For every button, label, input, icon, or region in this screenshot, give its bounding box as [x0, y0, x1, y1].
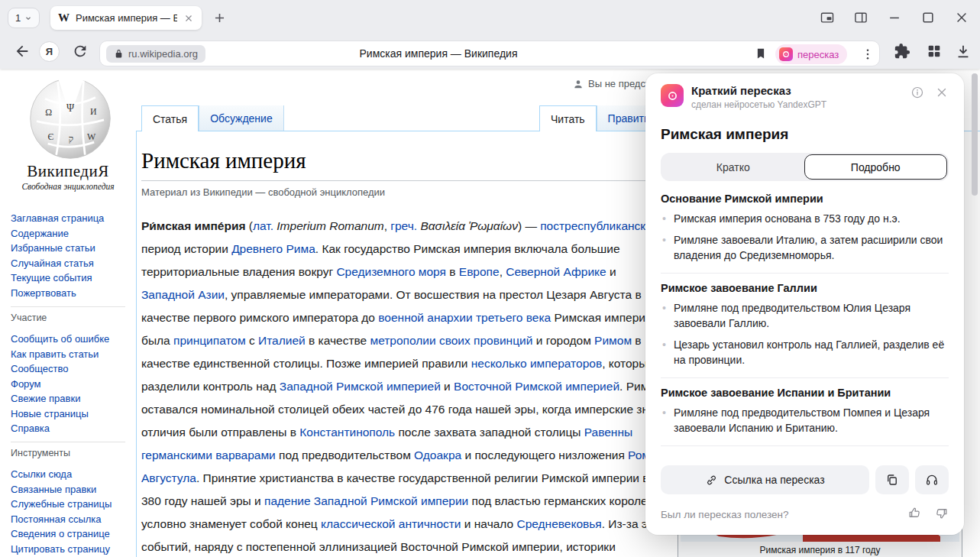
article-text: в [446, 265, 459, 278]
article-link[interactable]: своих провинций [439, 334, 532, 347]
pip-icon[interactable] [820, 10, 835, 25]
summary-footer: Ссылка на пересказ Был ли пересказ полез… [661, 465, 949, 523]
headphones-icon [925, 473, 939, 487]
copy-summary-link-button[interactable]: Ссылка на пересказ [661, 465, 869, 494]
sidebar-item-featured[interactable]: Избранные статьи [11, 241, 104, 256]
close-window-icon[interactable] [954, 10, 969, 25]
back-button[interactable] [14, 43, 31, 60]
tab-count-label: 1 [15, 12, 21, 24]
article-text: после захвата западной столицы [395, 426, 584, 439]
summary-bullet-list: Римляне под предводительством Помпея и Ц… [661, 405, 949, 436]
article-text: под предводительством [276, 449, 414, 461]
summary-mode-switcher: Кратко Подробно [661, 153, 949, 181]
tab-talk[interactable]: Обсуждение [199, 105, 284, 131]
sidebar-item-donate[interactable]: Пожертвовать [11, 286, 104, 301]
sidebar-item-contents[interactable]: Содержание [11, 226, 104, 241]
thumbs-up-icon[interactable] [907, 506, 922, 523]
new-tab-button[interactable] [212, 11, 227, 25]
close-panel-icon[interactable] [935, 86, 949, 102]
browser-tab[interactable]: W Римская империя — Википедия [50, 6, 202, 30]
pereskaz-button[interactable]: пересказ [775, 44, 847, 64]
article-link[interactable]: постреспубликанский [540, 219, 658, 232]
article-link[interactable]: Восточной Римской империей [454, 380, 619, 393]
sidebar-nav-tools: Ссылки сюда Связанные правки Служебные с… [11, 467, 112, 556]
article-link[interactable]: Одоакра [414, 449, 461, 461]
maximize-icon[interactable] [920, 10, 936, 25]
downloads-icon[interactable] [955, 43, 972, 60]
address-bar-title: Римская империя — Википедия [360, 47, 518, 60]
plus-icon [212, 11, 227, 25]
article-link[interactable]: военной анархии третьего века [378, 311, 551, 324]
article-link[interactable]: греч. [390, 219, 417, 232]
tab-article[interactable]: Статья [141, 105, 199, 131]
listen-button[interactable] [915, 465, 949, 494]
extensions-icon[interactable] [894, 43, 910, 60]
article-link[interactable]: Европе [459, 265, 500, 278]
tab-close-icon[interactable] [183, 13, 194, 24]
summary-bullet-list: Римляне под предводительством Юлия Цезар… [661, 300, 949, 368]
article-link[interactable]: Константинополь [299, 426, 395, 439]
tab-groups-icon[interactable] [853, 10, 868, 25]
pereskaz-logo-icon [661, 84, 684, 107]
article-link[interactable]: классической античности [321, 517, 461, 530]
article-link[interactable]: несколько императоров [471, 357, 602, 370]
article-link[interactable]: Северной Африке [506, 265, 606, 278]
tableau-grid-icon[interactable] [926, 43, 943, 60]
article-link[interactable]: Римом [594, 334, 632, 347]
domain-label: ru.wikipedia.org [128, 48, 198, 60]
domain-chip[interactable]: ru.wikipedia.org [106, 45, 205, 63]
sidebar-item-page-info[interactable]: Сведения о странице [11, 526, 112, 542]
address-bar[interactable]: ru.wikipedia.org Римская империя — Викип… [99, 40, 880, 66]
chevron-down-icon [24, 15, 32, 22]
tab-counter[interactable]: 1 [8, 8, 40, 28]
article-link[interactable]: германскими варварами [141, 449, 276, 461]
sidebar-item-forum[interactable]: Форум [11, 377, 109, 392]
article-link[interactable]: падение Западной Римской империи [264, 494, 468, 507]
copy-text-button[interactable] [875, 465, 909, 494]
article-link[interactable]: принципатом [173, 334, 246, 347]
article-link[interactable]: Италией [258, 334, 306, 347]
article-link[interactable]: Средиземного моря [336, 265, 446, 278]
more-menu-icon[interactable] [861, 47, 875, 61]
pereskaz-label: пересказ [797, 49, 839, 60]
tab-brief[interactable]: Кратко [662, 154, 804, 180]
article-link[interactable]: Средневековья [516, 517, 601, 530]
page-scrollbar-thumb[interactable] [972, 73, 978, 196]
article-link[interactable]: Древнего Рима [231, 242, 315, 255]
sidebar-item-help[interactable]: Справка [11, 421, 109, 436]
svg-text:Ω: Ω [45, 107, 52, 118]
article-link[interactable]: лат. [253, 219, 273, 232]
sidebar-item-main-page[interactable]: Заглавная страница [11, 211, 104, 226]
reload-button[interactable] [72, 43, 89, 60]
svg-text:ק: ק [69, 134, 73, 144]
sidebar-item-what-links-here[interactable]: Ссылки сюда [11, 467, 112, 482]
article-link[interactable]: метрополии [370, 334, 435, 347]
summary-bullet-list: Римская империя основана в 753 году до н… [661, 211, 949, 263]
summary-body: Основание Римской империи Римская импери… [645, 181, 964, 446]
thumbs-down-icon[interactable] [934, 506, 949, 523]
sidebar-item-special-pages[interactable]: Служебные страницы [11, 497, 112, 512]
sidebar-item-community[interactable]: Сообщество [11, 361, 109, 377]
sidebar-item-how-to-edit[interactable]: Как править статьи [11, 347, 109, 362]
tab-read[interactable]: Читать [539, 105, 597, 131]
browser-chrome: 1 W Римская империя — Википедия Я [0, 0, 980, 69]
yandex-button[interactable]: Я [39, 41, 60, 62]
sidebar-item-related-changes[interactable]: Связанные правки [11, 482, 112, 497]
sidebar-item-report-error[interactable]: Сообщить об ошибке [11, 332, 109, 347]
sidebar-item-recent-changes[interactable]: Свежие правки [11, 391, 109, 406]
article-link[interactable]: Западной Азии [141, 288, 225, 301]
sidebar-item-current-events[interactable]: Текущие события [11, 270, 104, 286]
article-link[interactable]: Равенны [584, 426, 632, 439]
sidebar-item-random[interactable]: Случайная статья [11, 256, 104, 271]
article-link[interactable]: Западной Римской империей [280, 380, 441, 393]
sidebar-item-new-pages[interactable]: Новые страницы [11, 406, 109, 422]
info-icon[interactable] [910, 86, 924, 102]
lock-icon [114, 49, 124, 59]
minimize-icon[interactable] [887, 10, 902, 25]
sidebar-item-permanent-link[interactable]: Постоянная ссылка [11, 512, 112, 527]
sidebar-item-cite-page[interactable]: Цитировать страницу [11, 542, 112, 557]
bookmark-icon[interactable] [754, 47, 768, 60]
wikipedia-globe-logo[interactable]: Ω Ψ И Є ק W [28, 76, 112, 160]
tab-detailed[interactable]: Подробно [804, 154, 948, 180]
summary-panel: Краткий пересказ сделан нейросетью Yande… [645, 73, 964, 535]
